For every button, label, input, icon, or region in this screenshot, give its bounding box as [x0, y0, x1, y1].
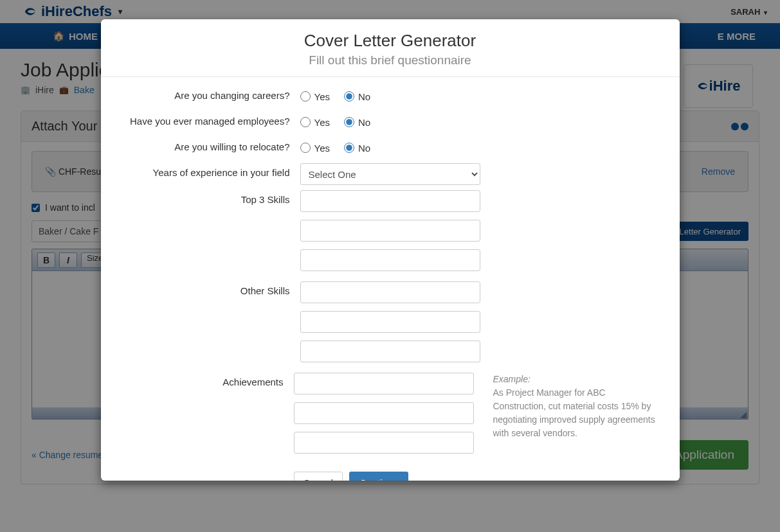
relocate-row: Are you willing to relocate? Yes No	[120, 137, 660, 158]
years-experience-label: Years of experience in your field	[120, 163, 300, 178]
managed-employees-yes[interactable]: Yes	[300, 117, 330, 128]
modal-overlay: Cover Letter Generator Fill out this bri…	[0, 0, 780, 532]
radio-yes[interactable]	[300, 91, 311, 102]
modal-actions: Cancel Continue	[294, 472, 660, 481]
modal-title: Cover Letter Generator	[114, 31, 667, 51]
radio-no[interactable]	[344, 91, 354, 102]
relocate-radio-group: Yes No	[300, 137, 660, 158]
other-skills-row: Other Skills	[120, 281, 660, 362]
achievement-3-input[interactable]	[294, 432, 474, 454]
top-skill-1-input[interactable]	[300, 190, 480, 212]
continue-button[interactable]: Continue	[349, 472, 408, 481]
achievement-2-input[interactable]	[294, 402, 474, 424]
radio-yes[interactable]	[300, 143, 311, 153]
managed-employees-radio-group: Yes No	[300, 112, 660, 132]
example-label: Example:	[493, 374, 531, 384]
managed-employees-row: Have you ever managed employees? Yes No	[120, 112, 660, 132]
changing-careers-label: Are you changing careers?	[120, 86, 300, 101]
top3-skills-label: Top 3 Skills	[120, 190, 300, 205]
relocate-label: Are you willing to relocate?	[120, 137, 300, 152]
achievement-1-input[interactable]	[294, 373, 474, 395]
achievements-row: Achievements Example: As Project Manager…	[120, 373, 660, 481]
changing-careers-radio-group: Yes No	[300, 86, 660, 107]
relocate-no[interactable]: No	[344, 143, 370, 154]
other-skills-label: Other Skills	[120, 281, 300, 296]
achievements-label: Achievements	[120, 373, 294, 387]
cover-letter-generator-modal: Cover Letter Generator Fill out this bri…	[101, 19, 680, 481]
radio-yes[interactable]	[300, 117, 311, 127]
radio-no[interactable]	[344, 143, 354, 153]
changing-careers-no[interactable]: No	[344, 91, 370, 102]
other-skill-1-input[interactable]	[300, 281, 480, 303]
other-skill-2-input[interactable]	[300, 311, 480, 333]
managed-employees-label: Have you ever managed employees?	[120, 112, 300, 127]
radio-no[interactable]	[344, 117, 354, 127]
cancel-button[interactable]: Cancel	[294, 472, 343, 481]
relocate-yes[interactable]: Yes	[300, 143, 330, 154]
achievements-example: Example: As Project Manager for ABC Cons…	[493, 373, 660, 454]
managed-employees-no[interactable]: No	[344, 117, 370, 128]
years-experience-row: Years of experience in your field Select…	[120, 163, 660, 185]
example-text: As Project Manager for ABC Construction,…	[493, 387, 655, 438]
other-skill-3-input[interactable]	[300, 341, 480, 362]
top-skill-3-input[interactable]	[300, 249, 480, 271]
years-experience-select[interactable]: Select One	[300, 163, 480, 185]
changing-careers-yes[interactable]: Yes	[300, 91, 330, 102]
modal-body: Are you changing careers? Yes No Have yo…	[101, 77, 680, 481]
top-skill-2-input[interactable]	[300, 220, 480, 242]
changing-careers-row: Are you changing careers? Yes No	[120, 86, 660, 107]
modal-header: Cover Letter Generator Fill out this bri…	[101, 19, 680, 77]
modal-subtitle: Fill out this brief questionnaire	[114, 53, 667, 67]
top3-skills-row: Top 3 Skills	[120, 190, 660, 271]
